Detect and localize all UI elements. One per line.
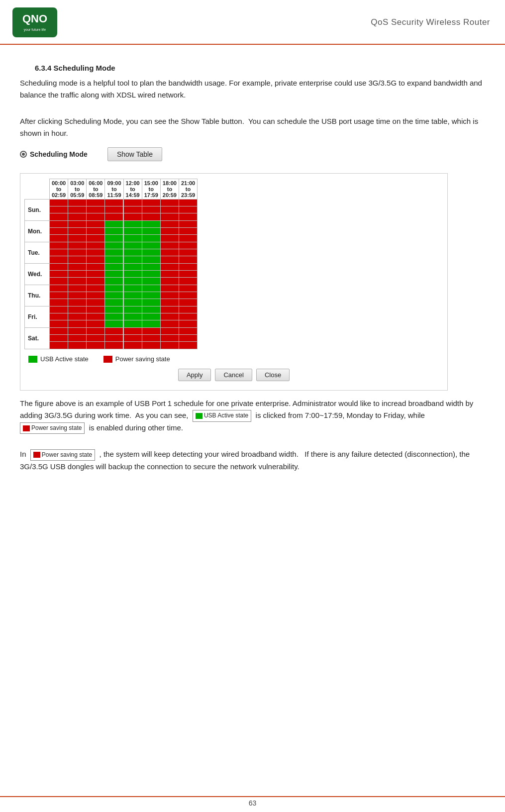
cell-Mon-2[interactable] xyxy=(87,221,105,242)
cell-Fri-5[interactable] xyxy=(142,306,160,328)
cell-Sat-3[interactable] xyxy=(105,328,123,349)
svg-text:your future life: your future life xyxy=(24,28,46,32)
schedule-table-container: 00:00to02:59 03:00to05:59 06:00to08:59 0… xyxy=(20,173,448,391)
section-heading: 6.3.4 Scheduling Mode xyxy=(35,64,485,72)
cancel-button[interactable]: Cancel xyxy=(215,369,252,381)
time-header-3: 09:00to11:59 xyxy=(105,179,123,200)
badge-red-icon xyxy=(23,425,30,431)
cell-Tue-7[interactable] xyxy=(179,242,197,264)
legend-usb-active: USB Active state xyxy=(28,355,89,363)
time-header-6: 18:00to20:59 xyxy=(160,179,179,200)
cell-Fri-6[interactable] xyxy=(160,306,179,328)
cell-Fri-3[interactable] xyxy=(105,306,123,328)
cell-Thu-5[interactable] xyxy=(142,285,160,306)
cell-Tue-4[interactable] xyxy=(123,242,142,264)
cell-Fri-4[interactable] xyxy=(123,306,142,328)
day-label-Mon: Mon. xyxy=(25,221,50,242)
time-header-7: 21:00to23:59 xyxy=(179,179,197,200)
show-table-button[interactable]: Show Table xyxy=(107,147,162,161)
cell-Wed-5[interactable] xyxy=(142,264,160,285)
cell-Mon-5[interactable] xyxy=(142,221,160,242)
apply-button[interactable]: Apply xyxy=(178,369,211,381)
paragraph-4: In Power saving state , the system will … xyxy=(20,448,485,473)
scheduling-mode-row: Scheduling Mode Show Table xyxy=(20,147,485,161)
paragraph-3: The figure above is an example of USB Po… xyxy=(20,398,485,434)
cell-Wed-2[interactable] xyxy=(87,264,105,285)
cell-Wed-1[interactable] xyxy=(68,264,87,285)
cell-Sun-6[interactable] xyxy=(160,200,179,221)
day-label-Sat: Sat. xyxy=(25,328,50,349)
cell-Thu-2[interactable] xyxy=(87,285,105,306)
cell-Mon-4[interactable] xyxy=(123,221,142,242)
page-number: 63 xyxy=(249,799,257,807)
cell-Thu-0[interactable] xyxy=(50,285,68,306)
cell-Sun-1[interactable] xyxy=(68,200,87,221)
cell-Tue-3[interactable] xyxy=(105,242,123,264)
cell-Tue-1[interactable] xyxy=(68,242,87,264)
paragraph-2: After clicking Scheduling Mode, you can … xyxy=(20,115,485,139)
cell-Thu-4[interactable] xyxy=(123,285,142,306)
time-header-4: 12:00to14:59 xyxy=(123,179,142,200)
cell-Thu-7[interactable] xyxy=(179,285,197,306)
cell-Sat-5[interactable] xyxy=(142,328,160,349)
cell-Fri-2[interactable] xyxy=(87,306,105,328)
cell-Thu-1[interactable] xyxy=(68,285,87,306)
cell-Tue-0[interactable] xyxy=(50,242,68,264)
legend-row: USB Active state Power saving state xyxy=(24,353,443,365)
cell-Sat-4[interactable] xyxy=(123,328,142,349)
cell-Mon-6[interactable] xyxy=(160,221,179,242)
legend-power-saving: Power saving state xyxy=(103,355,170,363)
cell-Sun-4[interactable] xyxy=(123,200,142,221)
cell-Wed-0[interactable] xyxy=(50,264,68,285)
paragraph-1: Scheduling mode is a helpful tool to pla… xyxy=(20,77,485,101)
cell-Mon-3[interactable] xyxy=(105,221,123,242)
cell-Mon-1[interactable] xyxy=(68,221,87,242)
cell-Sat-6[interactable] xyxy=(160,328,179,349)
power-saving-badge-2: Power saving state xyxy=(30,449,95,461)
legend-power-label: Power saving state xyxy=(115,355,170,363)
cell-Thu-6[interactable] xyxy=(160,285,179,306)
cell-Sat-7[interactable] xyxy=(179,328,197,349)
day-label-Tue: Tue. xyxy=(25,242,50,264)
cell-Fri-0[interactable] xyxy=(50,306,68,328)
cell-Mon-7[interactable] xyxy=(179,221,197,242)
cell-Sun-5[interactable] xyxy=(142,200,160,221)
cell-Sun-3[interactable] xyxy=(105,200,123,221)
cell-Wed-4[interactable] xyxy=(123,264,142,285)
time-header-1: 03:00to05:59 xyxy=(68,179,87,200)
schedule-table: 00:00to02:59 03:00to05:59 06:00to08:59 0… xyxy=(24,179,198,349)
svg-text:QNO: QNO xyxy=(22,12,47,25)
footer-line xyxy=(0,796,505,797)
logo: QNO your future life xyxy=(10,5,60,40)
time-header-5: 15:00to17:59 xyxy=(142,179,160,200)
cell-Fri-7[interactable] xyxy=(179,306,197,328)
cell-Tue-6[interactable] xyxy=(160,242,179,264)
day-label-Sun: Sun. xyxy=(25,200,50,221)
cell-Fri-1[interactable] xyxy=(68,306,87,328)
cell-Sat-0[interactable] xyxy=(50,328,68,349)
radio-icon[interactable] xyxy=(20,151,27,158)
cell-Sun-7[interactable] xyxy=(179,200,197,221)
cell-Thu-3[interactable] xyxy=(105,285,123,306)
cell-Wed-6[interactable] xyxy=(160,264,179,285)
cell-Wed-7[interactable] xyxy=(179,264,197,285)
cell-Tue-5[interactable] xyxy=(142,242,160,264)
header-title: QoS Security Wireless Router xyxy=(60,17,495,27)
page-header: QNO your future life QoS Security Wirele… xyxy=(0,0,505,45)
day-label-Fri: Fri. xyxy=(25,306,50,328)
legend-usb-label: USB Active state xyxy=(40,355,89,363)
cell-Sun-0[interactable] xyxy=(50,200,68,221)
cell-Mon-0[interactable] xyxy=(50,221,68,242)
close-button[interactable]: Close xyxy=(256,369,290,381)
cell-Wed-3[interactable] xyxy=(105,264,123,285)
page-content: 6.3.4 Scheduling Mode Scheduling mode is… xyxy=(0,45,505,499)
badge-red-icon-2 xyxy=(33,452,40,458)
cell-Tue-2[interactable] xyxy=(87,242,105,264)
power-saving-badge: Power saving state xyxy=(20,422,85,434)
day-label-Thu: Thu. xyxy=(25,285,50,306)
time-header-0: 00:00to02:59 xyxy=(50,179,68,200)
time-header-2: 06:00to08:59 xyxy=(87,179,105,200)
cell-Sun-2[interactable] xyxy=(87,200,105,221)
cell-Sat-2[interactable] xyxy=(87,328,105,349)
cell-Sat-1[interactable] xyxy=(68,328,87,349)
